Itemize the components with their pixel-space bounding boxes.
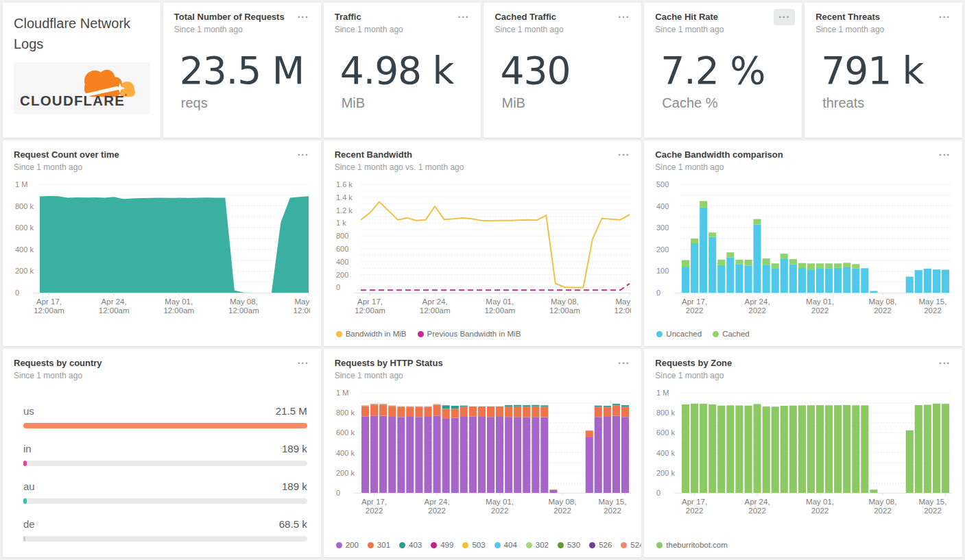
svg-text:500: 500 (656, 180, 669, 188)
card-menu-icon[interactable] (934, 147, 955, 163)
legend-dot (621, 542, 627, 548)
chart-legend: Bandwidth in MiBPrevious Bandwidth in Mi… (335, 327, 631, 341)
dashboard-title: Cloudflare Network Logs (14, 13, 137, 54)
stat-value: 791 k (821, 51, 951, 91)
legend-item[interactable]: 404 (495, 541, 517, 549)
legend-label: Uncached (666, 330, 702, 338)
legend-label: 301 (377, 541, 390, 549)
stat-value: 23.5 M (180, 51, 310, 91)
card-menu-icon[interactable] (453, 9, 474, 25)
legend-label: Previous Bandwidth in MiB (427, 330, 521, 338)
card-subtitle: Since 1 month ago (335, 25, 470, 34)
legend-item[interactable]: Uncached (656, 330, 702, 338)
card-subtitle: Since 1 month ago (655, 371, 951, 380)
legend-item[interactable]: 302 (526, 541, 549, 549)
svg-text:800 k: 800 k (656, 409, 675, 417)
svg-text:0: 0 (336, 284, 340, 292)
svg-text:1 M: 1 M (656, 389, 669, 397)
svg-text:May 08,2022: May 08,2022 (869, 498, 897, 515)
legend-item[interactable]: 524 (621, 541, 641, 549)
request-count-plot[interactable]: 0200 k400 k600 k800 k1 MApr 17,12:00amAp… (14, 179, 310, 317)
svg-text:300: 300 (656, 223, 669, 232)
svg-text:600 k: 600 k (15, 223, 34, 232)
card-menu-icon[interactable] (293, 355, 314, 372)
svg-text:Apr 24,2022: Apr 24,2022 (745, 498, 770, 515)
card-recent-bandwidth: Recent Bandwidth Since 1 month ago vs. 1… (324, 141, 642, 346)
card-menu-icon[interactable] (934, 9, 955, 25)
country-row: us21.5 M (14, 405, 310, 428)
card-menu-icon[interactable] (293, 9, 314, 25)
legend-dot (656, 542, 663, 548)
legend-item[interactable]: theburritobot.com (656, 541, 728, 549)
legend-label: 503 (472, 541, 485, 549)
legend-label: 302 (536, 541, 549, 549)
country-bar-fill (23, 461, 27, 466)
legend-dot (336, 331, 342, 337)
card-http-status: Requests by HTTP Status Since 1 month ag… (324, 349, 642, 557)
svg-text:400 k: 400 k (656, 449, 675, 457)
legend-item[interactable]: Previous Bandwidth in MiB (418, 330, 521, 338)
legend-item[interactable]: 403 (399, 541, 422, 549)
svg-text:400: 400 (656, 202, 669, 210)
http-status-plot[interactable]: 0200 k400 k600 k800 k1 MApr 17,2022Apr 2… (335, 387, 631, 518)
card-title: Cache Bandwidth comparison (655, 149, 951, 160)
svg-text:Apr 17,12:00am: Apr 17,12:00am (34, 297, 64, 315)
stat-unit: MiB (501, 95, 630, 111)
card-title: Cache Hit Rate (655, 12, 791, 23)
card-subtitle: Since 1 month ago (14, 371, 310, 380)
legend-item[interactable]: Bandwidth in MiB (336, 330, 407, 338)
card-dashboard-header: Cloudflare Network Logs CLOUDFLARE' (3, 3, 160, 138)
card-title: Recent Bandwidth (335, 149, 631, 160)
stat-unit: Cache % (662, 95, 791, 111)
legend-item[interactable]: Cached (713, 330, 750, 338)
stat-value: 430 (500, 51, 630, 91)
requests-by-zone-plot[interactable]: 0200 k400 k600 k800 k1 MApr 17,2022Apr 2… (655, 387, 951, 518)
card-menu-icon[interactable] (293, 147, 314, 163)
country-row: de68.5 k (14, 518, 310, 541)
svg-text:400 k: 400 k (15, 245, 34, 254)
card-title: Request Count over time (14, 149, 310, 160)
svg-text:1 M: 1 M (15, 180, 27, 188)
legend-item[interactable]: 301 (368, 541, 390, 549)
svg-text:400: 400 (336, 258, 348, 266)
svg-text:May 15,12:00am: May 15,12:00am (614, 297, 630, 315)
legend-dot (336, 542, 342, 548)
legend-item[interactable]: 499 (431, 541, 453, 549)
stat-unit: MiB (342, 95, 470, 111)
card-menu-icon[interactable] (613, 9, 634, 25)
svg-text:Apr 17,2022: Apr 17,2022 (682, 498, 707, 515)
card-recent-threats: Recent Threats Since 1 month ago 791 k t… (805, 3, 962, 138)
svg-text:1.4 k: 1.4 k (336, 193, 353, 202)
card-title: Requests by Zone (655, 358, 951, 369)
legend-item[interactable]: 503 (462, 541, 485, 549)
legend-item[interactable]: 530 (558, 541, 580, 549)
legend-item[interactable]: 200 (336, 541, 359, 549)
card-title: Recent Threats (815, 12, 951, 23)
card-title: Total Number of Requests (174, 12, 310, 23)
country-bar-track (23, 498, 307, 504)
country-value: 21.5 M (276, 405, 307, 417)
svg-text:200: 200 (656, 245, 669, 254)
legend-dot (462, 542, 468, 548)
chart-legend: UncachedCached (655, 327, 951, 341)
legend-dot (399, 542, 405, 548)
legend-dot (418, 331, 424, 337)
legend-dot (431, 542, 437, 548)
dashboard: Cloudflare Network Logs CLOUDFLARE' (0, 0, 965, 560)
svg-text:800 k: 800 k (336, 409, 355, 417)
svg-text:May 15,2022: May 15,2022 (919, 297, 947, 315)
svg-text:May 08,12:00am: May 08,12:00am (549, 297, 580, 315)
card-requests-by-country: Requests by country Since 1 month ago us… (3, 349, 321, 557)
card-menu-icon[interactable] (934, 355, 955, 372)
country-row: au189 k (14, 480, 310, 504)
svg-text:0: 0 (336, 489, 340, 497)
card-menu-icon[interactable] (613, 355, 634, 372)
legend-item[interactable]: 526 (589, 541, 612, 549)
svg-text:0: 0 (15, 289, 19, 297)
legend-label: 524 (630, 541, 641, 549)
recent-bandwidth-plot[interactable]: 02004006008001 k1.2 k1.4 k1.6 kApr 17,12… (335, 179, 631, 317)
card-menu-icon[interactable] (774, 9, 795, 25)
cache-bandwidth-plot[interactable]: 0100200300400500Apr 17,2022Apr 24,2022Ma… (655, 179, 951, 317)
card-menu-icon[interactable] (613, 147, 634, 163)
legend-label: theburritobot.com (666, 541, 728, 549)
